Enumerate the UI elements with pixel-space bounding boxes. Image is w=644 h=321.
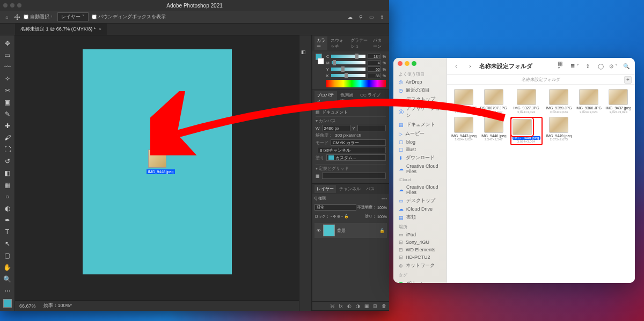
group-icon[interactable]: ▣ bbox=[363, 303, 370, 309]
brush-tool[interactable]: 🖌 bbox=[2, 132, 13, 144]
sidebar-item-WD Elements[interactable]: ⊟WD Elements bbox=[393, 246, 447, 253]
home-icon[interactable]: ⌂ bbox=[3, 13, 11, 21]
visibility-icon[interactable]: 👁 bbox=[317, 228, 321, 233]
search-icon[interactable]: ⚲ bbox=[357, 13, 364, 21]
share-icon[interactable]: ⇪ bbox=[378, 13, 386, 21]
zoom-button[interactable] bbox=[412, 61, 416, 66]
tab-color[interactable]: カラー bbox=[314, 36, 327, 50]
layer-name[interactable]: 背景 bbox=[337, 228, 346, 234]
history-brush-tool[interactable]: ↺ bbox=[2, 155, 13, 167]
ruler-dropdown[interactable] bbox=[322, 173, 386, 179]
file-item[interactable]: DSC00797.JPG1,055×1,047 bbox=[479, 88, 508, 115]
tab-channels[interactable]: チャンネル bbox=[337, 185, 363, 193]
magenta-slider[interactable]: M% bbox=[326, 60, 386, 65]
layer-row[interactable]: 👁 背景 🔒 bbox=[314, 223, 387, 238]
view-icon[interactable]: ▦ ˅ bbox=[558, 62, 566, 71]
sidebar-item-ダウンロード[interactable]: ⬇ダウンロード bbox=[393, 153, 447, 162]
yellow-slider[interactable]: Y% bbox=[326, 66, 386, 72]
fill-dropdown[interactable]: カスタム... bbox=[326, 154, 386, 161]
lock-icon[interactable]: 🔒 bbox=[379, 228, 385, 233]
sidebar-item-Creative Cloud Files[interactable]: ☁Creative Cloud Files bbox=[393, 162, 447, 175]
shape-tool[interactable]: ▢ bbox=[2, 250, 13, 262]
blur-tool[interactable]: ○ bbox=[2, 191, 13, 203]
eyedropper-tool[interactable]: ✎ bbox=[2, 108, 13, 120]
file-item[interactable]: IMG_9366.JPG3,024×3,024 bbox=[574, 88, 603, 115]
sidebar-tag-グリーン[interactable]: グリーン bbox=[393, 279, 447, 283]
trash-icon[interactable]: 🗑 bbox=[380, 303, 387, 309]
sidebar-item-最近の項目[interactable]: ◷最近の項目 bbox=[393, 86, 447, 95]
action-icon[interactable]: ⊙ ˅ bbox=[609, 62, 618, 71]
crop-tool[interactable]: ✂ bbox=[2, 85, 13, 96]
sidebar-item-デスクトップ[interactable]: ▭デスクトップ bbox=[393, 196, 447, 205]
type-tool[interactable]: T bbox=[2, 226, 13, 238]
document-canvas[interactable]: IMG_9448.jpeg bbox=[83, 49, 232, 274]
sidebar-item-ネットワーク[interactable]: ⊚ネットワーク bbox=[393, 261, 447, 270]
forward-button[interactable]: › bbox=[465, 62, 475, 71]
sidebar-item-ムービー[interactable]: ▷ムービー bbox=[393, 129, 447, 138]
file-item[interactable]: IMG_9443.jpeg3,024×3,024 bbox=[449, 116, 478, 147]
depth-dropdown[interactable]: 8 bit/チャンネル bbox=[318, 147, 386, 153]
sidebar-item-Sony_4GU[interactable]: ⊟Sony_4GU bbox=[393, 238, 447, 246]
sidebar-item-illust[interactable]: ▢illust bbox=[393, 146, 447, 153]
black-slider[interactable]: K% bbox=[326, 73, 386, 78]
link-icon[interactable]: ⌘ bbox=[329, 303, 335, 309]
fg-bg-swatches[interactable] bbox=[316, 54, 324, 87]
file-grid[interactable]: DSC00793.JPG1,055×1,047DSC00797.JPG1,055… bbox=[447, 85, 635, 283]
lasso-tool[interactable]: 〰 bbox=[2, 61, 13, 73]
hand-tool[interactable]: ✋ bbox=[2, 262, 13, 273]
window-controls[interactable] bbox=[393, 61, 447, 69]
color-spectrum[interactable] bbox=[326, 80, 386, 87]
file-item[interactable]: IMG_9446.jpeg2,547×2,547 bbox=[479, 116, 508, 147]
frame-tool[interactable]: ▣ bbox=[2, 96, 13, 108]
share-icon[interactable]: ⇪ bbox=[583, 62, 592, 71]
document-tab[interactable]: 名称未設定 1 @ 66.7% (CMYK/8) * × bbox=[15, 24, 107, 35]
tab-swatches[interactable]: スウォッチ bbox=[328, 36, 347, 50]
width-field[interactable]: 2480 px bbox=[322, 125, 350, 131]
foreground-color-swatch[interactable] bbox=[3, 299, 12, 308]
fx-icon[interactable]: fx bbox=[338, 303, 344, 309]
file-item[interactable]: IMG_9449.jpeg2,675×2,675 bbox=[545, 116, 574, 147]
tab-patterns[interactable]: パターン bbox=[371, 36, 387, 50]
sidebar-item-書類[interactable]: ▤書類 bbox=[393, 213, 447, 222]
mask-icon[interactable]: ◐ bbox=[346, 303, 353, 309]
search-icon[interactable]: 🔍 bbox=[622, 62, 631, 71]
wand-tool[interactable]: ✧ bbox=[2, 73, 13, 85]
canvas-area[interactable]: IMG_9448.jpeg 66.67% 効率：100%* bbox=[15, 35, 299, 311]
sidebar-item-HD-PCTU2[interactable]: ⊟HD-PCTU2 bbox=[393, 253, 447, 261]
close-button[interactable] bbox=[398, 61, 402, 66]
group-icon[interactable]: ≣ ˅ bbox=[570, 62, 579, 71]
workspace-icon[interactable]: ▭ bbox=[368, 13, 375, 21]
dodge-tool[interactable]: ◐ bbox=[2, 203, 13, 214]
tab-cc-libraries[interactable]: CC ライブラリ bbox=[358, 91, 387, 105]
auto-select-checkbox[interactable]: 自動選択： bbox=[24, 13, 54, 20]
tab-layers[interactable]: レイヤー bbox=[314, 185, 336, 193]
sidebar-item-アプリケーション[interactable]: Ⓐアプリケーション bbox=[393, 104, 447, 120]
auto-select-dropdown[interactable]: レイヤー ˅ bbox=[57, 12, 89, 21]
tab-gradients[interactable]: グラデーショ bbox=[348, 36, 370, 50]
healing-tool[interactable]: ✚ bbox=[2, 120, 13, 132]
cyan-slider[interactable]: C% bbox=[326, 54, 386, 59]
adjustment-icon[interactable]: ◑ bbox=[355, 303, 361, 309]
history-icon[interactable]: ◧ bbox=[301, 49, 310, 58]
close-icon[interactable]: × bbox=[99, 27, 101, 32]
cloud-icon[interactable]: ☁ bbox=[346, 13, 354, 21]
file-item[interactable]: DSC00793.JPG1,055×1,047 bbox=[449, 88, 478, 115]
file-item[interactable]: IMG_9437.jpeg3,024×3,024 bbox=[604, 88, 633, 115]
tag-icon[interactable]: ◯ bbox=[596, 62, 605, 71]
sidebar-item-Creative Cloud Files[interactable]: ☁Creative Cloud Files bbox=[393, 183, 447, 196]
sidebar-item-ドキュメント[interactable]: ▤ドキュメント bbox=[393, 120, 447, 129]
blend-mode-dropdown[interactable]: 通常 bbox=[314, 204, 356, 211]
eraser-tool[interactable]: ◧ bbox=[2, 167, 13, 179]
sidebar-item-iCloud Drive[interactable]: ☁iCloud Drive bbox=[393, 205, 447, 213]
sidebar-item-AirDrop[interactable]: ◎AirDrop bbox=[393, 78, 447, 86]
more-tools[interactable]: ⋯ bbox=[2, 285, 13, 297]
mode-dropdown[interactable]: CMYK カラー bbox=[331, 139, 386, 146]
tab-properties[interactable]: プロパティ bbox=[314, 91, 337, 105]
file-item[interactable]: IMG_9327.JPG3,024×3,024 bbox=[509, 88, 544, 115]
y-field[interactable] bbox=[357, 125, 386, 131]
back-button[interactable]: ‹ bbox=[451, 62, 461, 71]
marquee-tool[interactable]: ▭ bbox=[2, 49, 13, 61]
tab-paths[interactable]: パス bbox=[364, 185, 377, 193]
file-item[interactable]: IMG_9448.jpeg3,024×3,024 bbox=[509, 116, 544, 147]
new-layer-icon[interactable]: ⊞ bbox=[372, 303, 378, 309]
